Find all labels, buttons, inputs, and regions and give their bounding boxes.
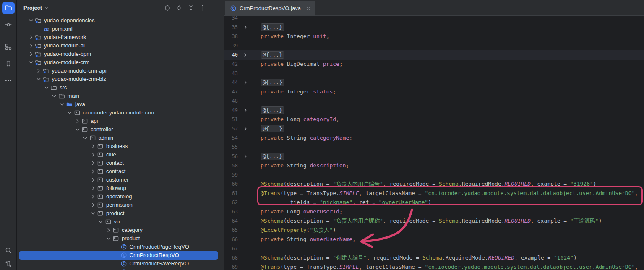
tree-item-crmproductpagereqvo[interactable]: CCrmProductPageReqVO	[19, 243, 218, 251]
tree-item-main[interactable]: main	[19, 92, 218, 100]
gutter[interactable]: 48	[224, 96, 253, 106]
gutter[interactable]: 65	[224, 226, 253, 235]
tree-item-operatelog[interactable]: operatelog	[19, 192, 218, 201]
chevron-expanded-icon[interactable]	[27, 59, 35, 66]
fold-arrow-icon[interactable]	[238, 124, 253, 133]
tree-item-category[interactable]: category	[19, 226, 218, 234]
gutter[interactable]: 49	[224, 106, 253, 115]
tree-item-yudao-module-bpm[interactable]: yudao-module-bpm	[19, 50, 218, 58]
code-line-66[interactable]: 66private String ownerUserName;	[224, 235, 644, 244]
tree-item-contact[interactable]: contact	[19, 159, 218, 167]
chevron-collapsed-icon[interactable]	[89, 160, 97, 166]
chevron-expanded-icon[interactable]	[104, 235, 112, 242]
fold-arrow-icon[interactable]	[238, 106, 253, 115]
chevron-expanded-icon[interactable]	[73, 126, 81, 133]
code-line-55[interactable]: 55	[224, 143, 644, 152]
folded-region[interactable]: @{...}	[261, 79, 284, 86]
tree-item-contract[interactable]: contract	[19, 167, 218, 176]
gutter[interactable]: 35	[224, 23, 253, 32]
gutter[interactable]: 62	[224, 198, 253, 207]
chevron-collapsed-icon[interactable]	[27, 42, 35, 49]
gutter[interactable]: 64	[224, 216, 253, 226]
tree-item-crmproductsavereqvo[interactable]: CCrmProductSaveReqVO	[19, 260, 218, 268]
code-line-47[interactable]: 47private Integer status;	[224, 87, 644, 96]
gutter[interactable]: 43	[224, 69, 253, 78]
chevron-expanded-icon[interactable]	[27, 17, 35, 24]
code-line-35[interactable]: 35@{...}	[224, 23, 644, 32]
code-line-60[interactable]: 60@Schema(description = "负责人的用户编号", requ…	[224, 179, 644, 189]
hide-panel-icon[interactable]	[211, 5, 218, 11]
code-line-59[interactable]: 59	[224, 170, 644, 179]
tree-item-controller[interactable]: controller	[19, 125, 218, 134]
bookmarks-icon[interactable]	[2, 57, 15, 70]
more-tools-icon[interactable]	[2, 74, 15, 87]
code-line-42[interactable]: 42private BigDecimal price;	[224, 60, 644, 69]
chevron-collapsed-icon[interactable]	[89, 193, 97, 200]
code-editor[interactable]: 3435@{...}38private Integer unit;3940@{.…	[224, 16, 644, 270]
tree-item-followup[interactable]: followup	[19, 184, 218, 192]
gutter[interactable]: 55	[224, 143, 253, 152]
code-line-52[interactable]: 52@{...}	[224, 124, 644, 133]
tree-item-yudao-module-crm[interactable]: yudao-module-crm	[19, 58, 218, 67]
chevron-expanded-icon[interactable]	[42, 84, 50, 91]
chevron-collapsed-icon[interactable]	[89, 143, 97, 150]
folded-region[interactable]: @{...}	[261, 125, 284, 132]
tree-item-permission[interactable]: permission	[19, 201, 218, 209]
chevron-collapsed-icon[interactable]	[89, 202, 97, 208]
code-line-39[interactable]: 39	[224, 41, 644, 50]
folded-region[interactable]: @{...}	[261, 106, 284, 114]
chevron-collapsed-icon[interactable]	[89, 168, 97, 175]
tree-item-product[interactable]: product	[19, 209, 218, 218]
gutter[interactable]: 39	[224, 41, 253, 50]
gutter[interactable]: 52	[224, 124, 253, 133]
kebab-menu-icon[interactable]	[199, 5, 206, 11]
gutter[interactable]: 38	[224, 32, 253, 41]
tree-item-yudao-module-crm-api[interactable]: yudao-module-crm-api	[19, 67, 218, 75]
close-tab-icon[interactable]	[305, 5, 311, 11]
tree-item-admin[interactable]: admin	[19, 134, 218, 142]
code-line-49[interactable]: 49@{...}	[224, 106, 644, 115]
chevron-collapsed-icon[interactable]	[27, 34, 35, 41]
code-line-63[interactable]: 63private Long ownerUserId;	[224, 207, 644, 216]
collapse-all-icon[interactable]	[188, 5, 194, 11]
code-line-38[interactable]: 38private Integer unit;	[224, 32, 644, 41]
gutter[interactable]: 54	[224, 133, 253, 143]
fold-arrow-icon[interactable]	[238, 78, 253, 87]
tree-item-yudao-module-ai[interactable]: yudao-module-ai	[19, 42, 218, 50]
gutter[interactable]: 56	[224, 152, 253, 161]
tree-item-business[interactable]: business	[19, 142, 218, 151]
gutter[interactable]: 59	[224, 170, 253, 179]
expand-all-icon[interactable]	[176, 5, 183, 11]
structure-icon[interactable]	[2, 41, 15, 53]
gutter[interactable]: 69	[224, 262, 253, 270]
gutter[interactable]: 47	[224, 87, 253, 96]
chevron-collapsed-icon[interactable]	[27, 51, 35, 57]
tree-item-yudao-dependencies[interactable]: yudao-dependencies	[19, 16, 218, 25]
tree-item-java[interactable]: java	[19, 100, 218, 109]
tree-item-cn.iocoder.yudao.module.crm[interactable]: cn.iocoder.yudao.module.crm	[19, 109, 218, 117]
tree-item-product[interactable]: product	[19, 234, 218, 243]
chevron-collapsed-icon[interactable]	[89, 177, 97, 183]
fold-arrow-icon[interactable]	[238, 50, 253, 60]
code-line-65[interactable]: 65@ExcelProperty("负责人")	[224, 226, 644, 235]
gutter[interactable]: 44	[224, 78, 253, 87]
code-line-61[interactable]: 61@Trans(type = TransType.SIMPLE, target…	[224, 189, 644, 198]
chevron-expanded-icon[interactable]	[81, 135, 89, 141]
chevron-expanded-icon[interactable]	[58, 101, 66, 108]
code-line-69[interactable]: 69@Trans(type = TransType.SIMPLE, target…	[224, 262, 644, 270]
tree-item-clue[interactable]: clue	[19, 151, 218, 159]
code-line-51[interactable]: 51private Long categoryId;	[224, 115, 644, 124]
code-line-54[interactable]: 54private String categoryName;	[224, 133, 644, 143]
gutter[interactable]: 61	[224, 189, 253, 198]
chevron-expanded-icon[interactable]	[35, 76, 43, 83]
code-line-40[interactable]: 40@{...}	[224, 50, 644, 60]
tree-item-customer[interactable]: customer	[19, 176, 218, 184]
chevron-expanded-icon[interactable]	[50, 93, 58, 99]
chevron-expanded-icon[interactable]	[66, 109, 74, 116]
tree-item-yudao-module-crm-biz[interactable]: yudao-module-crm-biz	[19, 75, 218, 83]
gutter[interactable]: 67	[224, 244, 253, 253]
chevron-collapsed-icon[interactable]	[35, 68, 43, 74]
code-line-44[interactable]: 44@{...}	[224, 78, 644, 87]
project-panel-title[interactable]: Project	[23, 5, 50, 11]
code-line-68[interactable]: 68@Schema(description = "创建人编号", require…	[224, 253, 644, 262]
